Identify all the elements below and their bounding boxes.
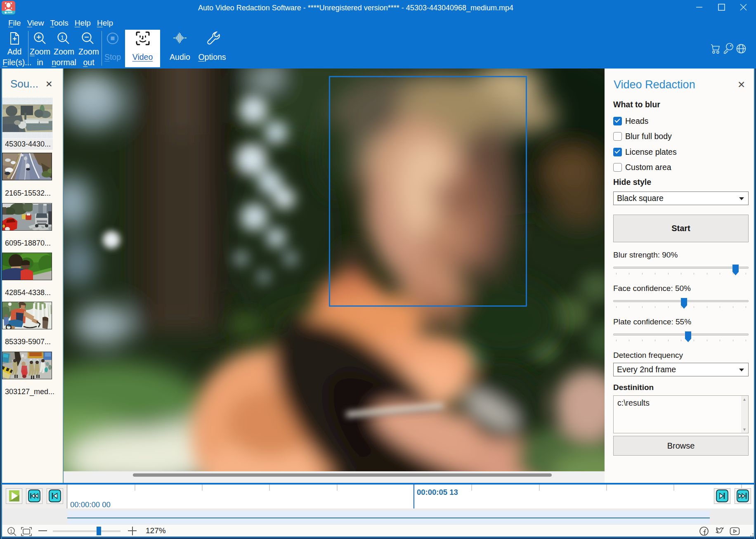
svg-text:1: 1	[10, 529, 12, 534]
svg-text:1: 1	[61, 34, 64, 41]
